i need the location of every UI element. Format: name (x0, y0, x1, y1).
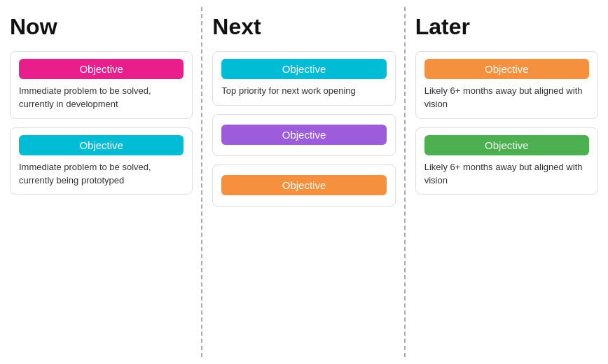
card-text-now-card-2: Immediate problem to be solved, currentl… (19, 161, 184, 188)
badge-next-card-1: Objective (221, 59, 386, 79)
badge-next-card-3: Objective (221, 175, 386, 195)
column-next: NextObjectiveTop priority for next work … (202, 7, 405, 357)
column-title-later: Later (415, 14, 598, 40)
column-title-now: Now (10, 14, 193, 40)
card-now-card-2[interactable]: ObjectiveImmediate problem to be solved,… (10, 127, 193, 195)
column-now: NowObjectiveImmediate problem to be solv… (0, 7, 202, 357)
badge-now-card-2: Objective (19, 135, 184, 155)
badge-later-card-2: Objective (424, 135, 589, 155)
column-later: LaterObjectiveLikely 6+ months away but … (406, 7, 608, 357)
badge-next-card-2: Objective (221, 125, 386, 145)
column-title-next: Next (212, 14, 395, 40)
card-next-card-3[interactable]: Objective (212, 164, 395, 206)
card-now-card-1[interactable]: ObjectiveImmediate problem to be solved,… (10, 51, 193, 119)
board: NowObjectiveImmediate problem to be solv… (0, 0, 608, 364)
card-next-card-2[interactable]: Objective (212, 114, 395, 156)
card-text-later-card-2: Likely 6+ months away but aligned with v… (424, 161, 589, 188)
badge-later-card-1: Objective (424, 59, 589, 79)
card-later-card-2[interactable]: ObjectiveLikely 6+ months away but align… (415, 127, 598, 195)
card-later-card-1[interactable]: ObjectiveLikely 6+ months away but align… (415, 51, 598, 119)
card-text-now-card-1: Immediate problem to be solved, currentl… (19, 85, 184, 111)
badge-now-card-1: Objective (19, 59, 184, 79)
card-next-card-1[interactable]: ObjectiveTop priority for next work open… (212, 51, 395, 106)
card-text-next-card-1: Top priority for next work opening (221, 85, 386, 98)
card-text-later-card-1: Likely 6+ months away but aligned with v… (424, 85, 589, 111)
